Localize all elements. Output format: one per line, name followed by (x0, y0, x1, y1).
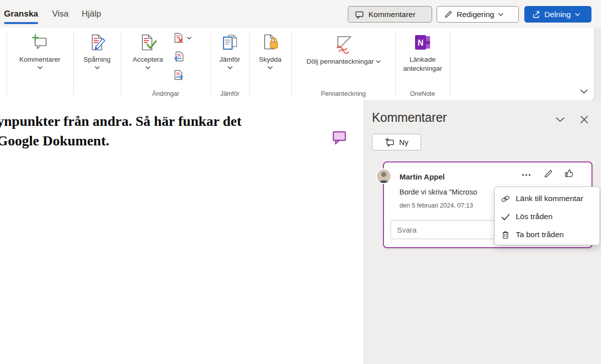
comment-marker-icon (332, 130, 347, 146)
menu-item-link-to-comment[interactable]: Länk till kommentar (495, 190, 599, 208)
previous-change-button[interactable] (173, 51, 191, 62)
document-canvas[interactable]: ynpunkter från andra. Så här funkar det … (0, 100, 364, 364)
chevron-down-icon (228, 66, 233, 69)
ribbon-compare-button[interactable]: Jämför (211, 29, 249, 69)
comment-like-button[interactable] (563, 167, 574, 178)
comment-edit-button[interactable] (542, 168, 553, 179)
comments-panel: Kommentarer Ny Martin Appel (364, 100, 601, 364)
ribbon-hide-ink-label: Dölj pennanteckningar (303, 57, 383, 66)
new-comment-label: Ny (399, 138, 408, 146)
like-thumbs-up-icon (563, 167, 574, 178)
tab-visa-label: Visa (52, 9, 69, 19)
editing-mode-label: Redigering (457, 10, 494, 19)
chevron-down-icon (580, 89, 588, 94)
chevron-down-icon (498, 13, 503, 16)
avatar (377, 169, 390, 183)
menu-item-resolve-thread[interactable]: Lös tråden (495, 208, 599, 226)
menu-item-delete-label: Ta bort tråden (516, 230, 564, 239)
panel-close-button[interactable] (577, 112, 591, 126)
delete-trash-icon (500, 230, 511, 240)
editing-mode-button[interactable]: Redigering (437, 6, 519, 23)
ribbon-linked-notes-button[interactable]: N Länkade anteckningar (395, 29, 450, 73)
ribbon-group-onenote: N Länkade anteckningar OneNote (395, 29, 450, 99)
ribbon-tracking-button[interactable]: Spårning (73, 29, 121, 69)
chevron-down-icon (95, 66, 100, 69)
ribbon-hide-ink-text: Dölj pennanteckningar (306, 58, 373, 65)
avatar-image (377, 169, 390, 183)
ribbon-group-changes: Acceptera (121, 29, 211, 99)
ribbon-compare-label: Jämför (220, 55, 240, 64)
ribbon-comments-label: Kommentarer (20, 55, 61, 64)
tab-granska-label: Granska (4, 9, 38, 19)
chevron-down-icon (187, 37, 191, 40)
edit-pencil-icon (542, 168, 553, 179)
compare-icon (220, 33, 240, 53)
ribbon-tracking-label: Spårning (83, 55, 110, 64)
group-label-changes: Ändringar (121, 90, 211, 97)
link-icon (500, 194, 511, 204)
comment-timestamp: den 5 februari 2024, 07:13 (399, 202, 473, 209)
chevron-down-icon (555, 117, 565, 122)
comment-anchor-button[interactable] (332, 130, 347, 146)
svg-text:N: N (418, 39, 424, 47)
comment-context-menu: Länk till kommentar Lös tråden Ta bort t… (494, 187, 600, 245)
active-tab-indicator (4, 22, 38, 24)
share-icon (531, 10, 540, 19)
tab-visa[interactable]: Visa (52, 0, 69, 28)
hide-ink-icon (332, 33, 355, 55)
ribbon-linked-notes-label: Länkade anteckningar (397, 55, 448, 73)
ribbon-comments-button[interactable]: Kommentarer (7, 29, 73, 69)
close-icon (580, 115, 588, 124)
document-text: ynpunkter från andra. Så här funkar det … (0, 111, 364, 150)
new-comment-icon (384, 137, 395, 147)
group-label-onenote: OneNote (395, 90, 450, 97)
panel-collapse-button[interactable] (553, 112, 567, 126)
ribbon-hide-ink-button[interactable]: Dölj pennanteckningar (291, 29, 395, 66)
chevron-down-icon (376, 60, 380, 63)
comments-toggle-label: Kommentarer (368, 10, 416, 19)
ribbon-group-comments: Kommentarer (7, 29, 73, 99)
group-label-compare: Jämför (211, 90, 249, 97)
ribbon-group-compare: Jämför Jämför (211, 29, 249, 99)
menu-item-link-label: Länk till kommentar (516, 194, 583, 203)
accept-change-icon (138, 33, 158, 53)
ribbon-protect-label: Skydda (259, 55, 281, 64)
chevron-down-icon (145, 66, 150, 69)
comment-bubble-icon (355, 10, 364, 19)
tab-hjalp[interactable]: Hjälp (82, 0, 101, 28)
ribbon: Kommentarer Spårning Acce (0, 28, 594, 100)
ribbon-accept-button[interactable]: Acceptera (121, 29, 175, 69)
next-change-button[interactable] (173, 69, 191, 81)
chevron-down-icon (575, 13, 580, 16)
comment-more-options-button[interactable] (521, 170, 531, 179)
tab-bar: Granska Visa Hjälp Kommentarer Redigerin… (0, 0, 601, 28)
onenote-icon: N (413, 33, 433, 53)
share-button[interactable]: Delning (524, 6, 591, 23)
group-label-ink: Pennanteckning (291, 90, 395, 97)
ribbon-group-protect: Skydda (249, 29, 291, 99)
previous-change-icon (173, 51, 184, 62)
ribbon-protect-button[interactable]: Skydda (249, 29, 291, 69)
next-change-icon (173, 69, 184, 81)
reject-changes-button[interactable] (173, 32, 191, 44)
menu-item-resolve-label: Lös tråden (516, 212, 552, 221)
collapse-ribbon-button[interactable] (576, 85, 591, 97)
chevron-down-icon (268, 66, 273, 69)
changes-small-buttons (173, 29, 191, 81)
comments-panel-title: Kommentarer (372, 110, 447, 125)
more-options-icon (521, 170, 531, 179)
comment-author: Martin Appel (399, 172, 445, 181)
document-line-1: ynpunkter från andra. Så här funkar det (0, 111, 364, 131)
ribbon-group-tracking: Spårning (73, 29, 121, 99)
group-divider (450, 32, 450, 96)
protect-lock-icon (260, 33, 280, 53)
new-comment-button[interactable]: Ny (372, 134, 421, 150)
tab-hjalp-label: Hjälp (82, 9, 101, 19)
comments-toggle-button[interactable]: Kommentarer (348, 6, 432, 23)
reject-change-icon (173, 32, 184, 44)
share-label: Delning (544, 10, 571, 19)
track-changes-icon (87, 33, 107, 53)
comment-add-icon (30, 33, 50, 53)
menu-item-delete-thread[interactable]: Ta bort tråden (495, 226, 599, 244)
pencil-icon (444, 10, 453, 19)
